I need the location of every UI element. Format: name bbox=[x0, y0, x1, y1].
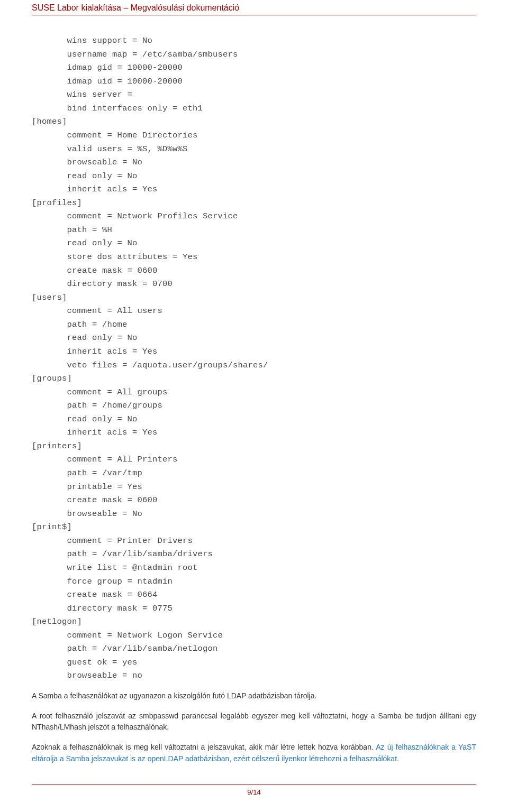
paragraph-users-a: Azoknak a felhasználóknak is meg kell vá… bbox=[32, 743, 374, 751]
paragraph-samba-ldap: A Samba a felhasználókat az ugyanazon a … bbox=[32, 690, 476, 702]
samba-config-code: wins support = No username map = /etc/sa… bbox=[32, 34, 476, 683]
document-footer: 9/14 bbox=[32, 785, 476, 796]
page-number: 9/14 bbox=[247, 788, 260, 796]
document-title: SUSE Labor kialakítása – Megvalósulási d… bbox=[32, 3, 239, 12]
document-header: SUSE Labor kialakítása – Megvalósulási d… bbox=[32, 0, 476, 15]
paragraph-users-password: Azoknak a felhasználóknak is meg kell vá… bbox=[32, 742, 476, 764]
paragraph-root-password: A root felhasználó jelszavát az smbpassw… bbox=[32, 710, 476, 733]
